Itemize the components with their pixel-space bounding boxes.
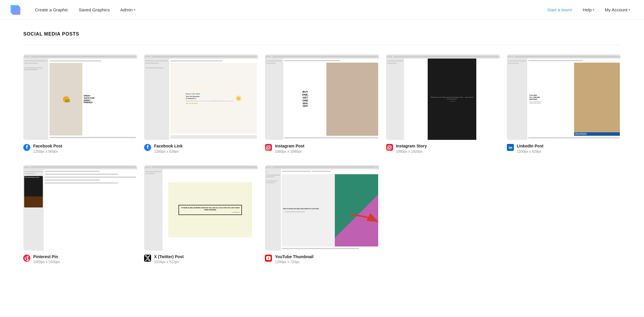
- card-name-pinterest-pin: Pinterest Pin: [33, 254, 60, 259]
- instagram-story-icon: [386, 144, 393, 151]
- card-thumb-instagram-post: BUYONE,GETONE50%OFF: [265, 54, 379, 140]
- nav-saved[interactable]: Saved Graphics: [73, 5, 115, 15]
- card-name-instagram-post: Instagram Post: [275, 143, 304, 149]
- card-name-linkedin-post: LinkedIn Post: [517, 143, 544, 149]
- card-size-pinterest-pin: 1000px x 1500px: [33, 260, 60, 264]
- card-size-instagram-story: 1080px x 1920px: [396, 149, 427, 154]
- nav-help[interactable]: Help ▾: [578, 5, 599, 15]
- card-info-facebook-post: Facebook Post 1200px x 900px: [23, 143, 137, 153]
- card-size-facebook-post: 1200px x 900px: [33, 149, 62, 154]
- card-thumb-facebook-post: GREATJUICE FORGREATFRIENDS: [23, 54, 137, 140]
- pinterest-icon: [23, 255, 30, 262]
- header: Create a Graphic Saved Graphics Admin ▾ …: [0, 0, 644, 20]
- svg-point-12: [390, 146, 391, 147]
- card-facebook-post[interactable]: GREATJUICE FORGREATFRIENDS Facebook Po: [23, 54, 137, 154]
- card-name-twitter-post: X (Twitter) Post: [154, 254, 184, 259]
- card-thumb-twitter-post: "IF PEOPLE ARE DOUBTING HOW FAR YOU CAN …: [144, 165, 258, 251]
- card-name-facebook-post: Facebook Post: [33, 143, 62, 149]
- card-instagram-story[interactable]: "Marketing is the act of telling stories…: [386, 54, 500, 154]
- main-content: SOCIAL MEDIA POSTS: [0, 20, 644, 276]
- svg-rect-2: [11, 6, 20, 14]
- nav-my-account[interactable]: My Account ▾: [600, 5, 635, 15]
- youtube-icon: [265, 255, 272, 262]
- nav-left: Create a Graphic Saved Graphics Admin ▾: [30, 5, 141, 15]
- section-title: SOCIAL MEDIA POSTS: [23, 31, 621, 37]
- section-divider: [23, 45, 621, 45]
- card-instagram-post[interactable]: BUYONE,GETONE50%OFF: [265, 54, 379, 154]
- card-info-twitter-post: X (Twitter) Post 1024px x 512px: [144, 254, 258, 264]
- card-size-facebook-link: 1200px x 628px: [154, 149, 183, 154]
- card-size-youtube-thumbnail: 1280px x 720px: [275, 260, 313, 264]
- cards-row-1: GREATJUICE FORGREATFRIENDS Facebook Po: [23, 54, 621, 154]
- card-thumb-instagram-story: "Marketing is the act of telling stories…: [386, 54, 500, 140]
- help-chevron-icon: ▾: [593, 8, 594, 11]
- card-info-linkedin-post: LinkedIn Post 1200px x 628px: [507, 143, 621, 153]
- card-thumb-linkedin-post: Callingall onlineeditors. PROUDLY AMERIC…: [507, 54, 621, 140]
- svg-point-8: [270, 146, 270, 147]
- facebook-link-icon: [144, 144, 151, 151]
- linkedin-icon: [507, 144, 514, 151]
- card-twitter-post[interactable]: "IF PEOPLE ARE DOUBTING HOW FAR YOU CAN …: [144, 165, 258, 264]
- logo[interactable]: [9, 4, 22, 16]
- card-size-instagram-post: 1080px x 1080px: [275, 149, 304, 154]
- card-size-twitter-post: 1024px x 512px: [154, 260, 184, 264]
- card-info-youtube-thumbnail: YouTube Thumbnail 1280px x 720px: [265, 254, 379, 264]
- card-info-instagram-post: Instagram Post 1080px x 1080px: [265, 143, 379, 153]
- cards-row-2: 20% off all takeout orders: [23, 165, 621, 264]
- card-name-instagram-story: Instagram Story: [396, 143, 427, 149]
- card-youtube-thumbnail[interactable]: How to choose the right multi-vitamin fo…: [265, 165, 379, 264]
- card-size-linkedin-post: 1200px x 628px: [517, 149, 544, 154]
- card-linkedin-post[interactable]: Callingall onlineeditors. PROUDLY AMERIC…: [507, 54, 621, 154]
- nav-admin[interactable]: Admin ▾: [115, 5, 141, 15]
- instagram-post-icon: [265, 144, 272, 151]
- account-chevron-icon: ▾: [629, 8, 630, 11]
- nav-right: Start a team! Help ▾ My Account ▾: [543, 5, 635, 15]
- card-info-facebook-link: Facebook Link 1200px x 628px: [144, 143, 258, 153]
- card-pinterest-pin[interactable]: 20% off all takeout orders: [23, 165, 137, 264]
- facebook-icon: [23, 144, 30, 151]
- svg-rect-9: [386, 144, 393, 151]
- admin-chevron-icon: ▾: [134, 8, 135, 11]
- empty-slot-1: [386, 165, 500, 264]
- twitter-x-icon: [144, 255, 151, 262]
- empty-slot-2: [507, 165, 621, 264]
- card-thumb-facebook-link: Nature Life Clinic Top Ten Benefitsof Vi…: [144, 54, 258, 140]
- card-facebook-link[interactable]: Nature Life Clinic Top Ten Benefitsof Vi…: [144, 54, 258, 154]
- svg-rect-5: [265, 144, 272, 151]
- card-name-facebook-link: Facebook Link: [154, 143, 183, 149]
- card-thumb-pinterest-pin: 20% off all takeout orders: [23, 165, 137, 251]
- card-info-pinterest-pin: Pinterest Pin 1000px x 1500px: [23, 254, 137, 264]
- svg-rect-17: [265, 255, 272, 262]
- nav-create[interactable]: Create a Graphic: [30, 5, 73, 15]
- start-team-link[interactable]: Start a team!: [543, 5, 577, 15]
- card-info-instagram-story: Instagram Story 1080px x 1920px: [386, 143, 500, 153]
- card-thumb-youtube-thumbnail: How to choose the right multi-vitamin fo…: [265, 165, 379, 251]
- card-name-youtube-thumbnail: YouTube Thumbnail: [275, 254, 313, 259]
